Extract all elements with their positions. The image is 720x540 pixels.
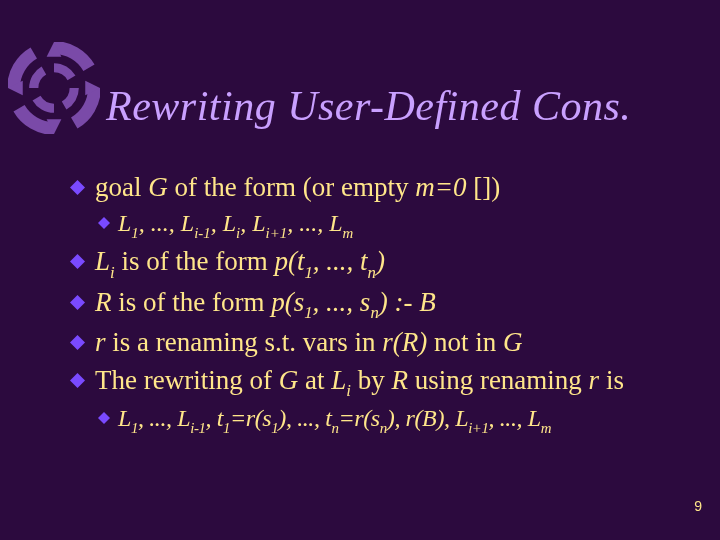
bullet-text: R is of the form p(s1, ..., sn) :- B: [95, 285, 680, 323]
svg-marker-7: [70, 295, 85, 310]
page-number: 9: [694, 498, 702, 514]
bullet-renaming: r is a renaming s.t. vars in r(R) not in…: [70, 325, 680, 361]
bullet-goal: goal G of the form (or empty m=0 []): [70, 170, 680, 206]
bullet-text: goal G of the form (or empty m=0 []): [95, 170, 680, 206]
slide-content: goal G of the form (or empty m=0 []) L1,…: [70, 170, 680, 440]
bullet-text: r is a renaming s.t. vars in r(R) not in…: [95, 325, 680, 361]
svg-marker-9: [70, 373, 85, 388]
bullet-icon: [98, 217, 110, 229]
bullet-r-form: R is of the form p(s1, ..., sn) :- B: [70, 285, 680, 323]
svg-marker-6: [70, 254, 85, 269]
svg-marker-4: [70, 180, 85, 195]
sub-bullet-sequence: L1, ..., Li-1, Li, Li+1, ..., Lm: [98, 208, 680, 242]
bullet-li-form: Li is of the form p(t1, ..., tn): [70, 244, 680, 282]
svg-marker-8: [70, 335, 85, 350]
bullet-text: L1, ..., Li-1, t1=r(s1), ..., tn=r(sn), …: [118, 403, 680, 437]
bullet-text: Li is of the form p(t1, ..., tn): [95, 244, 680, 282]
bullet-icon: [70, 335, 85, 350]
slide-title: Rewriting User-Defined Cons.: [106, 82, 631, 130]
bullet-rewriting: The rewriting of G at Li by R using rena…: [70, 363, 680, 401]
bullet-icon: [70, 373, 85, 388]
bullet-icon: [70, 180, 85, 195]
logo-icon: [8, 42, 100, 134]
bullet-icon: [70, 254, 85, 269]
bullet-icon: [70, 295, 85, 310]
bullet-icon: [98, 412, 110, 424]
sub-bullet-result: L1, ..., Li-1, t1=r(s1), ..., tn=r(sn), …: [98, 403, 680, 437]
svg-marker-10: [98, 412, 110, 424]
svg-marker-5: [98, 217, 110, 229]
bullet-text: The rewriting of G at Li by R using rena…: [95, 363, 680, 401]
bullet-text: L1, ..., Li-1, Li, Li+1, ..., Lm: [118, 208, 680, 242]
